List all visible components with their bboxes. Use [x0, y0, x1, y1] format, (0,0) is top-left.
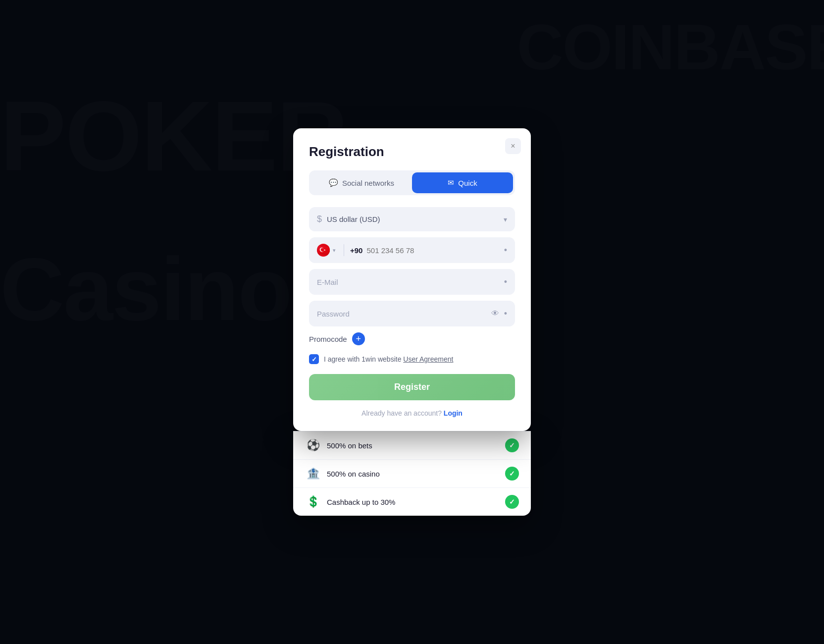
agreement-checkbox[interactable]: [309, 354, 319, 364]
password-required-dot: •: [504, 309, 507, 319]
phone-code: +90: [350, 246, 362, 255]
tab-row: 💬 Social networks ✉ Quick: [309, 170, 515, 195]
email-field: •: [309, 269, 515, 295]
promocode-label: Promocode: [309, 335, 347, 343]
check-casino-icon: ✓: [505, 467, 519, 481]
tab-social-label: Social networks: [342, 179, 394, 187]
promocode-row: Promocode +: [309, 332, 515, 345]
currency-value: US dollar (USD): [327, 215, 499, 223]
check-bets-icon: ✓: [505, 438, 519, 452]
bonus-card: ⚽ 500% on bets ✓ 🏦 500% on casino ✓ 💲 Ca…: [293, 431, 531, 516]
password-field: 👁 •: [309, 301, 515, 326]
login-prompt: Already have an account?: [361, 409, 442, 417]
bonus-item-cashback: 💲 Cashback up to 30% ✓: [293, 487, 531, 516]
eye-icon[interactable]: 👁: [491, 309, 499, 318]
close-icon: ×: [511, 142, 515, 151]
chevron-down-icon: ▾: [504, 215, 507, 223]
register-button[interactable]: Register: [309, 374, 515, 400]
plus-icon: +: [356, 334, 361, 343]
casino-icon: 🏦: [305, 467, 321, 480]
currency-selector[interactable]: $ US dollar (USD) ▾: [309, 207, 515, 231]
modal-title: Registration: [309, 144, 515, 160]
dollar-icon: $: [317, 214, 322, 224]
chevron-small-icon: ▾: [333, 247, 336, 254]
country-selector[interactable]: ▾: [317, 244, 336, 257]
phone-divider: [344, 244, 344, 256]
email-input[interactable]: [317, 278, 504, 286]
agreement-row: I agree with 1win website User Agreement: [309, 354, 515, 364]
turkey-flag: [317, 244, 330, 257]
bonus-bets-text: 500% on bets: [327, 441, 499, 450]
email-required-dot: •: [504, 277, 507, 287]
login-row: Already have an account? Login: [309, 409, 515, 417]
bonus-item-bets: ⚽ 500% on bets ✓: [293, 431, 531, 459]
tab-social-networks[interactable]: 💬 Social networks: [311, 172, 412, 193]
close-button[interactable]: ×: [505, 138, 521, 154]
phone-input[interactable]: [366, 246, 504, 255]
bonus-cashback-text: Cashback up to 30%: [327, 498, 499, 506]
social-icon: 💬: [329, 178, 338, 187]
cashback-icon: 💲: [305, 495, 321, 508]
modal-wrapper: Registration × 💬 Social networks ✉ Quick…: [293, 128, 531, 516]
phone-required-dot: •: [504, 245, 507, 256]
registration-modal: Registration × 💬 Social networks ✉ Quick…: [293, 128, 531, 431]
check-cashback-icon: ✓: [505, 495, 519, 509]
tab-quick[interactable]: ✉ Quick: [412, 172, 513, 193]
tab-quick-label: Quick: [458, 179, 477, 187]
password-input[interactable]: [317, 310, 491, 318]
bonus-item-casino: 🏦 500% on casino ✓: [293, 459, 531, 487]
add-promocode-button[interactable]: +: [352, 332, 365, 345]
bonus-casino-text: 500% on casino: [327, 470, 499, 478]
user-agreement-link[interactable]: User Agreement: [403, 355, 453, 363]
phone-field: ▾ +90 •: [309, 237, 515, 263]
login-link[interactable]: Login: [444, 409, 463, 417]
agreement-text: I agree with 1win website User Agreement: [324, 355, 453, 363]
soccer-icon: ⚽: [305, 439, 321, 452]
mail-icon: ✉: [448, 178, 454, 187]
